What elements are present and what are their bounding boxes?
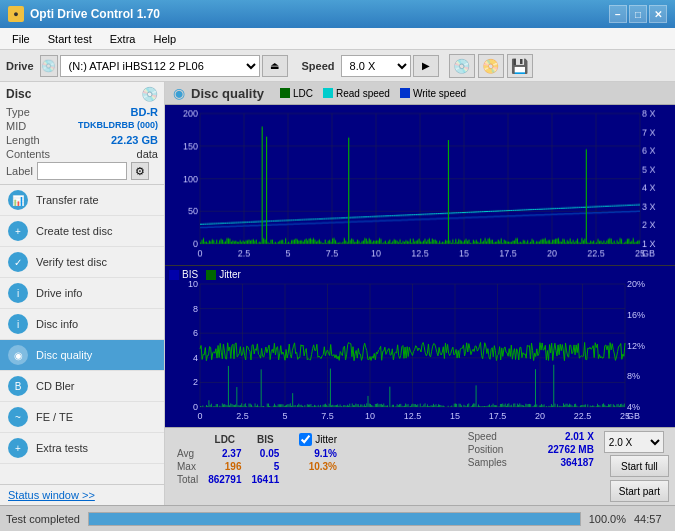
menu-help[interactable]: Help xyxy=(145,31,184,47)
close-button[interactable]: ✕ xyxy=(649,5,667,23)
minimize-button[interactable]: − xyxy=(609,5,627,23)
ldc-header: LDC xyxy=(204,433,245,446)
samples-label: Samples xyxy=(468,457,523,468)
sidebar-item-cd-bler[interactable]: B CD Bler xyxy=(0,371,164,402)
write-speed-legend-label: Write speed xyxy=(413,88,466,99)
create-test-disc-icon: + xyxy=(8,221,28,241)
drive-selector[interactable]: (N:) ATAPI iHBS112 2 PL06 xyxy=(60,55,260,77)
progress-bar-fill xyxy=(89,513,580,525)
start-full-button[interactable]: Start full xyxy=(610,455,669,477)
sidebar-item-fe-te[interactable]: ~ FE / TE xyxy=(0,402,164,433)
content-title: Disc quality xyxy=(191,86,264,101)
position-label: Position xyxy=(468,444,523,455)
status-window-toggle[interactable]: Status window >> xyxy=(0,484,164,505)
drive-info-label: Drive info xyxy=(36,287,82,299)
maximize-button[interactable]: □ xyxy=(629,5,647,23)
disc-label-input[interactable] xyxy=(37,162,127,180)
label-gear-button[interactable]: ⚙ xyxy=(131,162,149,180)
fe-te-icon: ~ xyxy=(8,407,28,427)
bis-legend-label: BIS xyxy=(182,269,198,280)
extra-tests-icon: + xyxy=(8,438,28,458)
total-ldc: 862791 xyxy=(204,474,245,485)
disc-info-label: Disc info xyxy=(36,318,78,330)
disc-section-icon: 💿 xyxy=(141,86,158,102)
menu-start-test[interactable]: Start test xyxy=(40,31,100,47)
disc-action-1-button[interactable]: 💿 xyxy=(449,54,475,78)
total-bis: 16411 xyxy=(248,474,284,485)
mid-value: TDKBLDRBB (000) xyxy=(78,120,158,132)
save-button[interactable]: 💾 xyxy=(507,54,533,78)
speed-stat-value: 2.01 X xyxy=(529,431,594,442)
speed-stat-label: Speed xyxy=(468,431,523,442)
verify-test-disc-label: Verify test disc xyxy=(36,256,107,268)
contents-value: data xyxy=(137,148,158,160)
drive-label: Drive xyxy=(6,60,34,72)
time-display: 44:57 xyxy=(634,513,669,525)
disc-quality-icon: ◉ xyxy=(8,345,28,365)
length-value: 22.23 GB xyxy=(111,134,158,146)
drive-bar: Drive 💿 (N:) ATAPI iHBS112 2 PL06 ⏏ Spee… xyxy=(0,50,675,82)
stats-bar: LDC BIS Jitter Avg 2.37 0.05 9.1% xyxy=(165,427,675,505)
bis-legend-box xyxy=(169,270,179,280)
speed-label: Speed xyxy=(302,60,335,72)
progress-bar-container xyxy=(88,512,581,526)
label-label: Label xyxy=(6,165,33,177)
contents-label: Contents xyxy=(6,148,50,160)
status-bar: Test completed 100.0% 44:57 xyxy=(0,505,675,531)
max-ldc: 196 xyxy=(204,461,245,472)
cd-bler-icon: B xyxy=(8,376,28,396)
drive-eject-button[interactable]: ⏏ xyxy=(262,55,288,77)
transfer-rate-icon: 📊 xyxy=(8,190,28,210)
jitter-checkbox-row: Jitter xyxy=(299,433,337,446)
sidebar-item-drive-info[interactable]: i Drive info xyxy=(0,278,164,309)
app-icon: ● xyxy=(8,6,24,22)
fe-te-label: FE / TE xyxy=(36,411,73,423)
type-value: BD-R xyxy=(131,106,159,118)
read-speed-legend-label: Read speed xyxy=(336,88,390,99)
ldc-legend-box xyxy=(280,88,290,98)
speed-selector[interactable]: 8.0 X xyxy=(341,55,411,77)
mid-label: MID xyxy=(6,120,26,132)
menu-file[interactable]: File xyxy=(4,31,38,47)
cd-bler-label: CD Bler xyxy=(36,380,75,392)
verify-test-disc-icon: ✓ xyxy=(8,252,28,272)
max-bis: 5 xyxy=(248,461,284,472)
sidebar-item-transfer-rate[interactable]: 📊 Transfer rate xyxy=(0,185,164,216)
disc-quality-label: Disc quality xyxy=(36,349,92,361)
ldc-legend-label: LDC xyxy=(293,88,313,99)
read-speed-legend-box xyxy=(323,88,333,98)
stats-right-panel: Speed 2.01 X Position 22762 MB Samples 3… xyxy=(468,431,594,468)
max-label: Max xyxy=(173,461,202,472)
sidebar-item-verify-test-disc[interactable]: ✓ Verify test disc xyxy=(0,247,164,278)
transfer-rate-label: Transfer rate xyxy=(36,194,99,206)
title-bar: ● Opti Drive Control 1.70 − □ ✕ xyxy=(0,0,675,28)
menu-extra[interactable]: Extra xyxy=(102,31,144,47)
sidebar-item-disc-quality[interactable]: ◉ Disc quality xyxy=(0,340,164,371)
stats-table: LDC BIS Jitter Avg 2.37 0.05 9.1% xyxy=(171,431,343,487)
start-part-button[interactable]: Start part xyxy=(610,480,669,502)
jitter-checkbox[interactable] xyxy=(299,433,312,446)
speed-confirm-button[interactable]: ▶ xyxy=(413,55,439,77)
nav-items: 📊 Transfer rate + Create test disc ✓ Ver… xyxy=(0,185,164,464)
menu-bar: File Start test Extra Help xyxy=(0,28,675,50)
status-text: Test completed xyxy=(6,513,80,525)
content-header: ◉ Disc quality LDC Read speed Write spee… xyxy=(165,82,675,105)
sidebar-item-create-test-disc[interactable]: + Create test disc xyxy=(0,216,164,247)
samples-value: 364187 xyxy=(529,457,594,468)
write-speed-legend-box xyxy=(400,88,410,98)
disc-section: Disc 💿 Type BD-R MID TDKBLDRBB (000) Len… xyxy=(0,82,164,185)
position-value: 22762 MB xyxy=(529,444,594,455)
chart-legend: LDC Read speed Write speed xyxy=(280,88,466,99)
jitter-legend-label: Jitter xyxy=(219,269,241,280)
sidebar: Disc 💿 Type BD-R MID TDKBLDRBB (000) Len… xyxy=(0,82,165,505)
top-chart xyxy=(165,105,675,266)
disc-action-2-button[interactable]: 📀 xyxy=(478,54,504,78)
speed-select[interactable]: 2.0 X xyxy=(604,431,664,453)
sidebar-item-extra-tests[interactable]: + Extra tests xyxy=(0,433,164,464)
jitter-legend-box xyxy=(206,270,216,280)
bis-jitter-legend: BIS Jitter xyxy=(169,269,241,280)
sidebar-item-disc-info[interactable]: i Disc info xyxy=(0,309,164,340)
drive-disc-icon: 💿 xyxy=(40,55,58,77)
jitter-checkbox-label: Jitter xyxy=(315,434,337,445)
avg-label: Avg xyxy=(173,448,202,459)
